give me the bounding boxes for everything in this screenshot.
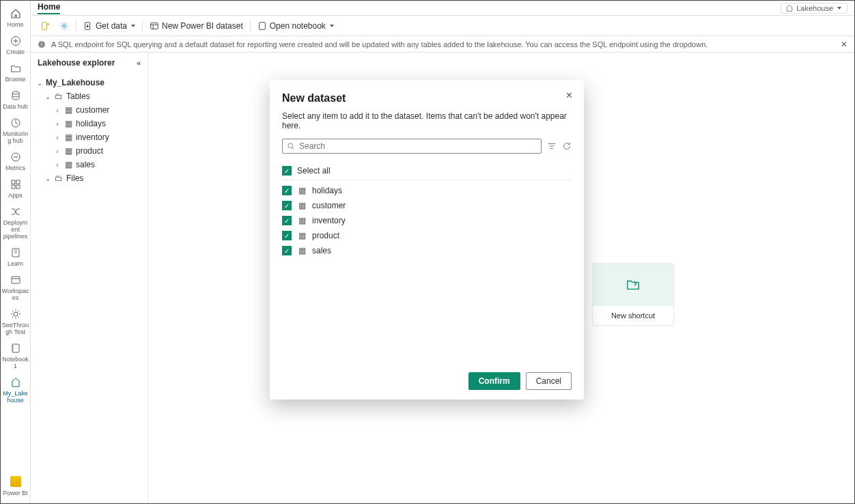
rail-create[interactable]: Create: [1, 31, 31, 58]
tree-label: customer: [76, 105, 109, 115]
explorer-title: Lakehouse explorer: [38, 58, 115, 68]
checkbox-checked-icon[interactable]: ✓: [282, 166, 292, 176]
rail-label: Workspaces: [2, 288, 29, 301]
checkbox-checked-icon[interactable]: ✓: [282, 246, 292, 255]
rail-label: My_Lakehouse: [2, 390, 29, 404]
refresh-button[interactable]: [562, 141, 572, 151]
test-icon: [10, 308, 22, 320]
view-mode-label: Lakehouse: [796, 4, 833, 12]
info-icon: i: [38, 40, 46, 48]
filter-button[interactable]: [547, 141, 557, 151]
tree-table-item[interactable]: › ▦ sales: [35, 158, 143, 171]
info-close-button[interactable]: ✕: [841, 40, 847, 49]
collapse-panel-button[interactable]: «: [137, 59, 141, 67]
checkbox-checked-icon[interactable]: ✓: [282, 231, 292, 240]
rail-home[interactable]: Home: [1, 3, 31, 31]
rail-label: Data hub: [3, 103, 28, 110]
rail-label: SeeThrough Test: [2, 322, 29, 335]
new-shortcut-card[interactable]: New shortcut: [592, 263, 674, 326]
rail-seethrough[interactable]: SeeThrough Test: [1, 304, 31, 338]
rail-workspaces[interactable]: Workspaces: [1, 270, 31, 304]
new-pbi-dataset-button[interactable]: New Power BI dataset: [145, 19, 247, 33]
apps-icon: [10, 178, 22, 191]
get-data-label: Get data: [96, 21, 127, 31]
rail-apps[interactable]: Apps: [1, 174, 31, 201]
svg-rect-6: [12, 185, 15, 188]
modal-title: New dataset: [282, 92, 572, 104]
table-icon: ▦: [64, 105, 73, 115]
tree-tables-folder[interactable]: ⌄ 🗀 Tables: [35, 89, 143, 103]
dataset-item-row[interactable]: ✓ ▦ product: [282, 228, 572, 243]
tree-root-lakehouse[interactable]: ⌄ My_Lakehouse: [35, 76, 143, 89]
checkbox-checked-icon[interactable]: ✓: [282, 186, 292, 195]
table-icon: ▦: [64, 119, 73, 128]
notebook-small-icon: [257, 21, 267, 31]
table-icon: ▦: [64, 132, 73, 142]
rail-browse[interactable]: Browse: [1, 58, 31, 85]
get-data-icon: [83, 21, 93, 31]
chevron-right-icon: ›: [54, 107, 61, 114]
tree-label: inventory: [76, 132, 109, 142]
rail-powerbi[interactable]: Power BI: [1, 472, 31, 499]
dataset-icon: [150, 21, 159, 31]
tree-label: Files: [66, 173, 83, 183]
view-mode-switcher[interactable]: Lakehouse: [781, 3, 847, 14]
main-canvas: New shortcut New dataset ✕ Select any it…: [148, 53, 854, 503]
checkbox-checked-icon[interactable]: ✓: [282, 201, 292, 210]
table-icon: ▦: [297, 231, 307, 240]
modal-close-button[interactable]: ✕: [562, 88, 576, 102]
home-icon: [10, 8, 22, 20]
rail-metrics[interactable]: Metrics: [1, 147, 31, 174]
item-label: product: [312, 231, 339, 240]
search-box[interactable]: [282, 139, 542, 154]
search-icon: [287, 142, 295, 150]
dataset-item-row[interactable]: ✓ ▦ customer: [282, 198, 572, 213]
rail-label: Monitoring hub: [2, 130, 29, 144]
search-input[interactable]: [299, 141, 537, 151]
rail-label: Notebook 1: [2, 356, 29, 369]
toolbar-sep: [250, 20, 251, 32]
toolbar-new-item[interactable]: [36, 19, 54, 33]
svg-point-19: [288, 143, 293, 148]
rail-label: Metrics: [5, 165, 25, 171]
dataset-item-row[interactable]: ✓ ▦ inventory: [282, 213, 572, 228]
checkbox-checked-icon[interactable]: ✓: [282, 216, 292, 225]
rail-label: Learn: [8, 260, 23, 267]
rail-label: Power BI: [3, 490, 28, 496]
dataset-item-row[interactable]: ✓ ▦ sales: [282, 243, 572, 258]
confirm-button[interactable]: Confirm: [468, 372, 520, 390]
info-text: A SQL endpoint for SQL querying and a de…: [51, 40, 707, 48]
shortcut-label: New shortcut: [593, 306, 673, 325]
tree-table-item[interactable]: › ▦ inventory: [35, 130, 143, 144]
metrics-icon: [10, 151, 22, 163]
rail-notebook1[interactable]: Notebook 1: [1, 338, 31, 372]
workspaces-icon: [10, 274, 22, 286]
svg-rect-16: [259, 22, 265, 29]
nav-rail: Home Create Browse Data hub Monitoring h…: [1, 1, 31, 503]
rail-lakehouse[interactable]: My_Lakehouse: [1, 372, 31, 406]
tree-table-item[interactable]: › ▦ holidays: [35, 117, 143, 130]
open-notebook-button[interactable]: Open notebook: [253, 19, 338, 33]
cancel-button[interactable]: Cancel: [526, 372, 572, 390]
svg-point-13: [63, 25, 66, 27]
chevron-right-icon: ›: [54, 134, 61, 141]
svg-rect-9: [12, 277, 20, 283]
tree-table-item[interactable]: › ▦ product: [35, 144, 143, 158]
toolbar-settings[interactable]: [55, 19, 73, 33]
page-plus-icon: [40, 21, 50, 31]
chevron-down-icon: ⌄: [44, 175, 51, 182]
get-data-button[interactable]: Get data: [79, 19, 139, 33]
dataset-item-row[interactable]: ✓ ▦ holidays: [282, 183, 572, 198]
select-all-row[interactable]: ✓ Select all: [282, 163, 572, 180]
rail-learn[interactable]: Learn: [1, 242, 31, 270]
chevron-down-icon: ⌄: [36, 79, 43, 87]
lakehouse-explorer-panel: Lakehouse explorer « ⌄ My_Lakehouse ⌄ 🗀 …: [31, 53, 148, 503]
rail-pipelines[interactable]: Deployment pipelines: [1, 201, 31, 242]
breadcrumb-home[interactable]: Home: [38, 2, 60, 14]
rail-monitoring[interactable]: Monitoring hub: [1, 113, 31, 147]
tree-files-folder[interactable]: ⌄ 🗀 Files: [35, 171, 143, 185]
rail-datahub[interactable]: Data hub: [1, 85, 31, 113]
tree-table-item[interactable]: › ▦ customer: [35, 103, 143, 117]
svg-rect-7: [16, 185, 20, 188]
rail-label: Home: [7, 21, 23, 28]
